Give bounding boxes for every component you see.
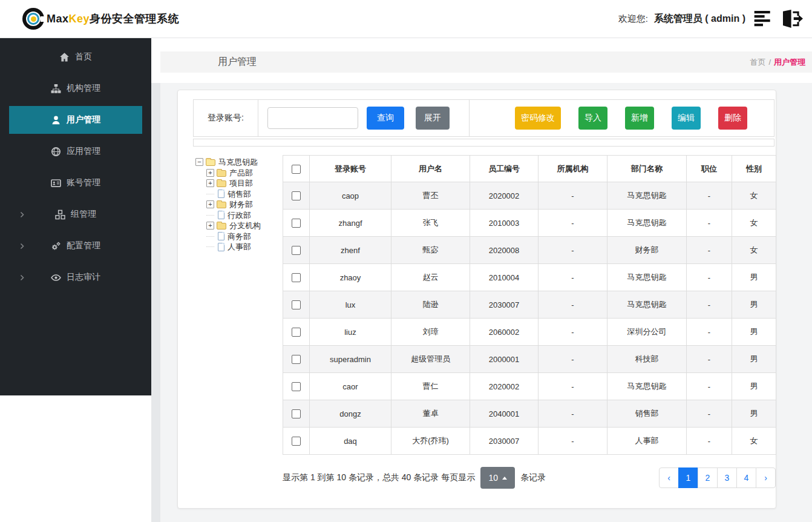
breadcrumb-home-link[interactable]: 首页 xyxy=(750,57,765,68)
cell-login: zhangf xyxy=(310,210,391,237)
cell-dept: 人事部 xyxy=(607,428,687,455)
sitemap-icon xyxy=(51,84,61,94)
row-checkbox[interactable] xyxy=(292,191,301,200)
table-row[interactable]: zhenf甄宓2020008-财务部-女 xyxy=(283,237,776,264)
tree-node-business[interactable]: 商务部 xyxy=(206,231,281,242)
tree-node-project[interactable]: +项目部 xyxy=(206,178,281,189)
expand-toggle-icon[interactable]: + xyxy=(206,169,214,177)
cell-gender: 男 xyxy=(732,319,776,346)
tree-connector xyxy=(206,236,214,237)
cell-org: - xyxy=(539,346,607,373)
select-all-checkbox[interactable] xyxy=(292,165,301,174)
row-select-cell xyxy=(283,210,310,237)
sidebar-item-org[interactable]: 机构管理 xyxy=(0,73,151,104)
collapse-toggle-icon[interactable]: − xyxy=(195,158,203,166)
table-row[interactable]: lux陆逊2030007-马克思钥匙-男 xyxy=(283,291,776,319)
cell-position: - xyxy=(687,319,732,346)
tree-node-admin[interactable]: 行政部 xyxy=(206,210,281,221)
row-select-cell xyxy=(283,182,310,210)
sidebar-item-config[interactable]: 配置管理 xyxy=(0,230,151,262)
id-card-icon xyxy=(51,178,61,188)
password-button[interactable]: 密码修改 xyxy=(515,107,561,130)
row-checkbox[interactable] xyxy=(292,219,301,228)
tree-node-product[interactable]: +产品部 xyxy=(206,168,281,179)
cell-login: caor xyxy=(310,373,391,400)
menu-list-icon[interactable] xyxy=(754,11,772,27)
row-checkbox[interactable] xyxy=(292,355,301,364)
table-row[interactable]: superadmin超级管理员2000001-科技部-男 xyxy=(283,346,776,373)
breadcrumb-current: 用户管理 xyxy=(774,57,805,68)
column-header-emp_no: 员工编号 xyxy=(470,156,539,182)
page-button-3[interactable]: 3 xyxy=(717,467,737,488)
cell-login: superadmin xyxy=(310,346,391,373)
tree-node-maxkey-root[interactable]: −马克思钥匙 xyxy=(195,157,281,168)
table-row[interactable]: caor曹仁2020002-马克思钥匙-男 xyxy=(283,373,776,400)
main-area: 用户管理 首页 / 用户管理 登录账号: 查询 展开 密码修改导入新增编辑删除 … xyxy=(160,38,812,522)
cell-gender: 女 xyxy=(732,428,776,455)
org-tree: −马克思钥匙+产品部+项目部销售部+财务部行政部+分支机构商务部人事部 xyxy=(195,157,281,253)
row-checkbox[interactable] xyxy=(292,246,301,255)
cell-emp_no: 2030007 xyxy=(470,428,539,455)
tree-node-label: 销售部 xyxy=(228,189,251,199)
page-size-dropdown[interactable]: 10 xyxy=(480,467,515,489)
cell-username: 曹丕 xyxy=(391,182,470,210)
cell-username: 甄宓 xyxy=(391,237,470,264)
table-row[interactable]: dongz董卓2040001-销售部-男 xyxy=(283,400,776,428)
sidebar-item-audit[interactable]: 日志审计 xyxy=(0,262,151,293)
row-checkbox[interactable] xyxy=(292,382,301,391)
search-input[interactable] xyxy=(267,107,358,129)
next-page-button[interactable]: › xyxy=(756,467,776,488)
sidebar-item-user[interactable]: 用户管理 xyxy=(9,106,142,134)
logo-word-black: Max xyxy=(47,13,69,25)
row-checkbox[interactable] xyxy=(292,409,301,418)
expand-toggle-icon[interactable]: + xyxy=(206,200,214,208)
sidebar-item-account[interactable]: 账号管理 xyxy=(0,167,151,199)
cell-login: lux xyxy=(310,291,391,319)
row-checkbox[interactable] xyxy=(292,273,301,282)
app: MaxKey身份安全管理系统 欢迎您: 系统管理员 ( admin ) 首页机构… xyxy=(0,0,812,522)
row-checkbox[interactable] xyxy=(292,328,301,337)
previous-page-button[interactable]: ‹ xyxy=(659,467,679,488)
expand-toggle-icon[interactable]: + xyxy=(206,222,214,230)
cell-username: 曹仁 xyxy=(391,373,470,400)
welcome-user: 系统管理员 ( admin ) xyxy=(654,13,745,25)
row-select-cell xyxy=(283,373,310,400)
logout-icon[interactable] xyxy=(781,10,804,28)
expand-toggle-icon[interactable]: + xyxy=(206,179,214,187)
cell-emp_no: 2020002 xyxy=(470,373,539,400)
sidebar-item-home[interactable]: 首页 xyxy=(0,41,151,73)
cell-org: - xyxy=(539,237,607,264)
row-checkbox[interactable] xyxy=(292,300,301,309)
edit-button[interactable]: 编辑 xyxy=(672,107,701,130)
sidebar-item-label: 配置管理 xyxy=(67,240,100,251)
expand-button[interactable]: 展开 xyxy=(416,107,450,130)
delete-button[interactable]: 删除 xyxy=(718,107,747,130)
tree-node-sales[interactable]: 销售部 xyxy=(206,189,281,200)
row-select-cell xyxy=(283,319,310,346)
cell-position: - xyxy=(687,264,732,291)
sidebar-item-group[interactable]: 组管理 xyxy=(0,199,151,230)
cell-dept: 销售部 xyxy=(607,400,687,428)
breadcrumb: 首页 / 用户管理 xyxy=(750,51,805,73)
page-button-1[interactable]: 1 xyxy=(678,467,698,488)
tree-node-branch[interactable]: +分支机构 xyxy=(206,220,281,231)
cell-username: 赵云 xyxy=(391,264,470,291)
table-row[interactable]: zhangf张飞2010003-马克思钥匙-女 xyxy=(283,210,776,237)
cell-gender: 男 xyxy=(732,400,776,428)
sidebar-item-app[interactable]: 应用管理 xyxy=(0,136,151,167)
page-button-4[interactable]: 4 xyxy=(736,467,756,488)
tree-node-hr[interactable]: 人事部 xyxy=(206,242,281,253)
import-button[interactable]: 导入 xyxy=(578,107,607,130)
table-row[interactable]: liuz刘璋2060002-深圳分公司-男 xyxy=(283,319,776,346)
page-button-2[interactable]: 2 xyxy=(698,467,718,488)
row-checkbox[interactable] xyxy=(292,437,301,446)
cell-gender: 女 xyxy=(732,182,776,210)
table-row[interactable]: caop曹丕2020002-马克思钥匙-女 xyxy=(283,182,776,210)
table-row[interactable]: daq大乔(乔玮)2030007-人事部-女 xyxy=(283,428,776,455)
query-button[interactable]: 查询 xyxy=(367,107,404,130)
sidebar-item-label: 首页 xyxy=(75,51,92,62)
tree-node-finance[interactable]: +财务部 xyxy=(206,199,281,210)
table-row[interactable]: zhaoy赵云2010004-马克思钥匙-男 xyxy=(283,264,776,291)
add-button[interactable]: 新增 xyxy=(625,107,654,130)
cell-login: zhenf xyxy=(310,237,391,264)
